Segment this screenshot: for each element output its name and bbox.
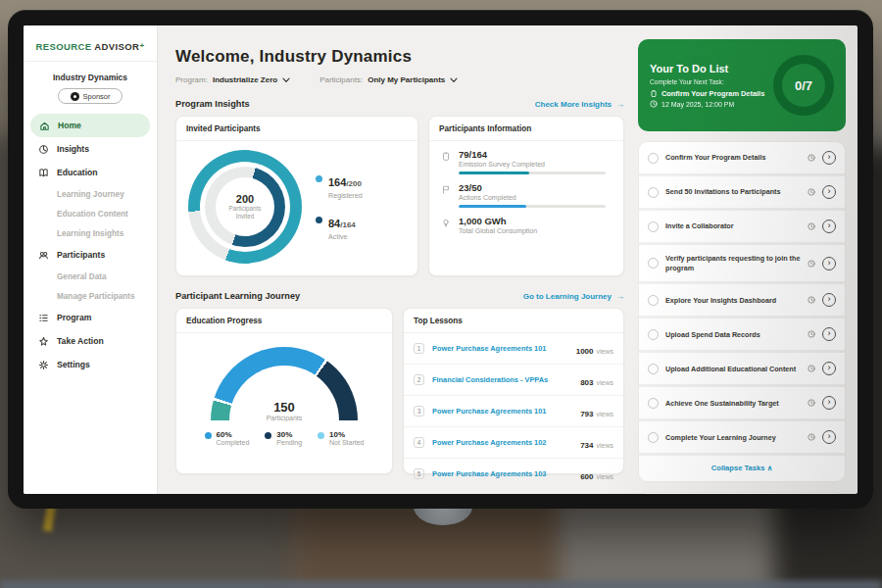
task-confirm-program-details[interactable]: Confirm Your Program Details ›	[639, 142, 845, 176]
chevron-right-icon: ›	[828, 221, 831, 230]
task-label: Upload Spend Data Records	[665, 330, 801, 340]
sidebar-program-name: Industry Dynamics	[24, 73, 157, 82]
stat-global-consumption: 1,000 GWh Total Global Consumption	[429, 208, 623, 238]
task-label: Confirm Your Program Details	[665, 153, 801, 163]
clock-icon	[808, 399, 815, 407]
task-checkbox[interactable]	[648, 364, 659, 374]
chevron-right-icon: ›	[828, 153, 831, 162]
legend-dot-not-started	[318, 432, 324, 439]
legend-not-started: 10% Not Started	[318, 430, 364, 446]
go-to-learning-journey-link[interactable]: Go to Learning Journey →	[523, 292, 624, 301]
sidebar-item-settings[interactable]: Settings	[24, 353, 157, 376]
top-lessons-card: Top Lessons 1 Power Purchase Agreements …	[403, 308, 624, 474]
legend-label: Pending	[276, 439, 302, 446]
task-open-button[interactable]: ›	[822, 257, 836, 270]
lesson-row: 5 Power Purchase Agreements 103 600views	[404, 459, 623, 489]
sidebar-item-education-content[interactable]: Education Content	[24, 204, 157, 223]
task-open-button[interactable]: ›	[822, 220, 836, 233]
task-open-button[interactable]: ›	[822, 362, 836, 375]
sidebar-item-participants[interactable]: Participants	[24, 243, 157, 267]
sidebar-item-insights[interactable]: Insights	[24, 137, 157, 161]
task-checkbox[interactable]	[648, 258, 659, 269]
clipboard-icon	[441, 151, 451, 162]
lesson-link[interactable]: Financial Considerations - VPPAs	[432, 375, 572, 384]
task-invite-collaborator[interactable]: Invite a Collaborator ›	[639, 211, 845, 245]
sidebar-item-take-action[interactable]: Take Action	[24, 329, 157, 353]
emission-progress-bar	[459, 172, 606, 174]
clock-icon	[808, 154, 815, 162]
todo-title: Your To Do List	[650, 63, 764, 74]
lesson-link[interactable]: Power Purchase Agreements 103	[432, 469, 572, 478]
task-achieve-sustainability-target[interactable]: Achieve One Sustainability Target ›	[639, 387, 845, 421]
task-open-button[interactable]: ›	[822, 327, 836, 341]
lesson-views: 793	[580, 410, 593, 418]
task-checkbox[interactable]	[648, 187, 659, 198]
legend-dot-completed	[205, 432, 212, 439]
task-open-button[interactable]: ›	[822, 430, 836, 444]
lesson-rank: 1	[414, 343, 424, 354]
program-filter[interactable]: Program: Industrialize Zero	[175, 75, 290, 84]
participants-information-card: Participants Information 79/164 Emission…	[428, 116, 624, 276]
sidebar-item-general-data[interactable]: General Data	[24, 267, 157, 286]
lesson-row: 3 Power Purchase Agreements 101 793views	[404, 396, 623, 427]
task-label: Explore Your Insights Dashboard	[665, 296, 801, 306]
sidebar-item-home[interactable]: Home	[30, 114, 150, 137]
lesson-link[interactable]: Power Purchase Agreements 101	[432, 407, 572, 416]
sidebar-item-label: Program	[57, 313, 91, 322]
lesson-link[interactable]: Power Purchase Agreements 101	[432, 344, 568, 353]
task-checkbox[interactable]	[648, 398, 659, 409]
task-open-button[interactable]: ›	[822, 396, 836, 410]
sponsor-badge[interactable]: Sponsor	[58, 88, 122, 104]
stat-value: 23/50	[459, 182, 606, 193]
task-upload-educational-content[interactable]: Upload Additional Educational Content ›	[639, 353, 845, 387]
task-verify-participants[interactable]: Verify participants requesting to join t…	[639, 245, 845, 284]
clock-icon	[808, 296, 815, 304]
task-complete-learning-journey[interactable]: Complete Your Learning Journey ›	[639, 421, 845, 456]
task-checkbox[interactable]	[648, 221, 659, 232]
task-open-button[interactable]: ›	[822, 151, 836, 165]
chevron-right-icon: ›	[828, 432, 831, 441]
sidebar-item-learning-insights[interactable]: Learning Insights	[24, 223, 157, 243]
sidebar-item-label: Education	[57, 168, 98, 177]
lesson-row: 4 Power Purchase Agreements 102 734views	[404, 427, 623, 459]
task-label: Upload Additional Educational Content	[665, 365, 801, 374]
participants-filter[interactable]: Participants: Only My Participants	[319, 75, 458, 84]
task-label: Verify participants requesting to join t…	[665, 254, 801, 272]
task-checkbox[interactable]	[648, 153, 659, 164]
legend-label: Not Started	[329, 439, 364, 446]
lesson-rank: 3	[414, 406, 424, 416]
legend-registered: 164/200 Registered	[316, 172, 363, 200]
clock-icon	[808, 433, 815, 441]
task-checkbox[interactable]	[648, 432, 659, 443]
collapse-tasks-link[interactable]: Collapse Tasks ∧	[639, 456, 845, 481]
chevron-right-icon: ›	[828, 329, 831, 338]
legend-value: 164	[328, 176, 346, 188]
task-explore-insights[interactable]: Explore Your Insights Dashboard ›	[639, 284, 845, 318]
stat-label: Actions Completed	[459, 194, 606, 201]
lesson-link[interactable]: Power Purchase Agreements 102	[432, 438, 572, 447]
education-progress-gauge: 150 Participants	[211, 347, 358, 421]
todo-next-task: Confirm Your Program Details	[662, 89, 764, 98]
clock-icon	[808, 365, 815, 372]
task-upload-spend-data[interactable]: Upload Spend Data Records ›	[639, 318, 845, 353]
task-open-button[interactable]: ›	[822, 293, 836, 307]
lesson-views: 803	[580, 378, 593, 387]
logo-resource: RESOURCE	[36, 41, 92, 52]
stat-value: 79/164	[459, 149, 606, 160]
donut-center-label2: Invited	[236, 213, 255, 220]
sidebar-item-manage-participants[interactable]: Manage Participants	[24, 286, 157, 306]
sidebar-item-program[interactable]: Program	[24, 306, 157, 329]
recent-news-card: Recent News	[638, 492, 846, 494]
check-more-insights-link[interactable]: Check More Insights →	[535, 100, 624, 109]
gear-icon	[38, 360, 49, 370]
sidebar-item-learning-journey[interactable]: Learning Journey	[24, 184, 157, 204]
logo-advisor: ADVISOR	[94, 41, 139, 52]
task-send-invitations[interactable]: Send 50 Invitations to Participants ›	[639, 176, 845, 211]
task-checkbox[interactable]	[648, 329, 659, 340]
todo-subtitle: Complete Your Next Task:	[650, 78, 764, 85]
todo-summary-card: Your To Do List Complete Your Next Task:…	[638, 39, 846, 131]
task-checkbox[interactable]	[648, 295, 659, 306]
flag-icon	[441, 184, 451, 195]
task-open-button[interactable]: ›	[822, 185, 836, 199]
sidebar-item-education[interactable]: Education	[24, 161, 157, 184]
